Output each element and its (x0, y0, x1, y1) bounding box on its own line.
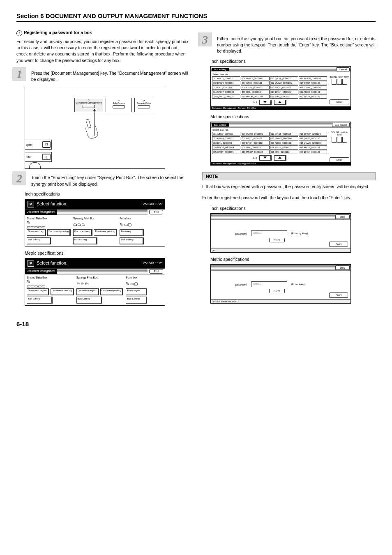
page-down-button[interactable] (259, 155, 272, 161)
box-cell[interactable]: 013 ABCD_0200101 (270, 85, 298, 90)
step-2: 2 Touch the "Box Editing" key under "Syn… (16, 173, 190, 187)
box-cell[interactable]: 015 IJKL_0200103 (270, 150, 298, 154)
shared-data-box-title: Shared Data Box (27, 217, 71, 220)
p-icon: P (28, 260, 34, 267)
enter-button[interactable]: Enter (330, 99, 349, 104)
numpad-display (330, 79, 349, 85)
panel-curve (29, 162, 41, 168)
box-cell[interactable]: 007 ABCD_0000101 (241, 81, 269, 85)
page-up-button[interactable] (274, 100, 286, 105)
lcd-date: 25/10/01 19:20 (143, 203, 162, 205)
step-number-2: 2 (16, 173, 27, 187)
lcd-bar-fill (57, 210, 148, 215)
box-cell[interactable]: 014 EFGH_0200102 (270, 90, 298, 94)
synergy-print-box-title: Synergy Print Box (73, 217, 117, 220)
enter-button[interactable]: Enter (330, 157, 349, 162)
box-cell[interactable]: 002 EFGH_0000002 (212, 136, 240, 140)
copier-key[interactable]: opier ❐ (25, 140, 52, 150)
box-cell[interactable]: 012 UVWX_0000106 (270, 136, 298, 140)
doc-management-key[interactable]: ⎙ Document Management (74, 98, 103, 112)
box-cell[interactable]: 014 EFGH_0200102 (270, 145, 298, 150)
box-cell[interactable]: 009 IJKL_0000103 (241, 145, 269, 150)
box-cell[interactable]: 009 IJKL_0000103 (241, 90, 269, 94)
page-indicator: 1 / 5 (253, 101, 257, 104)
box-cell[interactable]: 004 MNOP_0000004 (212, 145, 240, 150)
box-cell[interactable]: 010 MNOP_0000104 (241, 94, 269, 99)
page-down-button[interactable] (259, 100, 272, 105)
doc-reg-button[interactable]: Document registr. (27, 288, 49, 295)
doc-reg-button[interactable]: Document registr. (76, 288, 99, 295)
box-cell[interactable]: 005 QRST_0000005 (212, 150, 240, 154)
lcd-breadcrumb: Document Management (25, 210, 57, 215)
stop-button[interactable]: Stop (335, 265, 350, 270)
step-number-3: 3 (202, 34, 213, 55)
box-cell[interactable]: 012 UVWX_0000106 (270, 81, 298, 85)
page-up-button[interactable] (274, 155, 286, 161)
enter-button[interactable]: Enter (329, 292, 348, 298)
end-button[interactable]: End (149, 269, 163, 274)
box-cell[interactable]: 002 EFGH_0000002 (212, 81, 240, 85)
box-cell[interactable]: 017 QRST_0200105 (299, 136, 327, 140)
box-editing-footer: Document Management - Synergy Print Box (211, 162, 350, 165)
doc-print-button[interactable]: Document printing (100, 288, 124, 295)
box-cell[interactable]: 006 UVWX_0000006 (241, 76, 269, 81)
box-cell[interactable]: 004 MNOP_0000004 (212, 90, 240, 94)
clear-button[interactable]: Clear (269, 289, 285, 293)
metric-spec-label: Metric specifications (25, 251, 190, 256)
cancel-button[interactable]: Cancel (336, 67, 350, 71)
printer-key[interactable]: inter ⎙ (25, 152, 52, 162)
password-input[interactable] (251, 281, 287, 287)
job-queue-key[interactable]: ⇨ Job Queue (106, 98, 132, 112)
box-cell[interactable]: 015 IJKL_0200103 (270, 94, 298, 99)
box-editing-button[interactable]: Box Editing (126, 297, 147, 304)
note-text-1: If that box was registered with a passwo… (202, 184, 376, 190)
box-cell[interactable]: 018 UVWX_0200106 (299, 85, 327, 90)
form-box-icon: ✎ ▭▢ (126, 281, 163, 287)
box-cell[interactable]: 016 MNOP_0200104 (299, 132, 327, 136)
clear-button[interactable]: Clear (269, 238, 285, 242)
box-cell[interactable]: 019 ABCD_0500101 (299, 145, 327, 150)
box-cell[interactable]: 017 QRST_0200105 (299, 81, 327, 85)
box-cell[interactable]: 011 QRST_0000105 (270, 76, 298, 81)
box-editing-button[interactable]: Box Editing (27, 237, 51, 244)
box-cell[interactable]: 007 ABCD_0000101 (241, 136, 269, 140)
box-cell[interactable]: 018 UVWX_0200106 (299, 141, 327, 145)
box-cell[interactable]: 011 QRST_0000105 (270, 132, 298, 136)
form-reg-button[interactable]: Form registr. (126, 288, 147, 295)
doc-print-button[interactable]: Document printing (94, 229, 117, 236)
enter-button[interactable]: Enter (329, 242, 348, 247)
doc-print-button[interactable]: Document printing (51, 288, 74, 295)
job-cancel-button[interactable]: Job cancel (332, 123, 350, 127)
doc-print-button[interactable]: Document printing (47, 229, 71, 236)
stop-button[interactable]: Stop (335, 214, 350, 219)
password-input[interactable] (251, 230, 287, 236)
box-editing-button[interactable]: Box Editing (76, 297, 102, 304)
password-screen-inch: Stop password (Enter by #key) Clear Ente… (210, 213, 351, 253)
repeat-copy-key[interactable]: ⟳ Repeat Copy (134, 98, 153, 112)
box-cell[interactable]: 005 QRST_0000005 (212, 94, 240, 99)
box-cell[interactable]: 003 IJKL_0200003 (212, 85, 240, 90)
box-cell[interactable]: 008 EFGH_0000102 (241, 141, 269, 145)
box-cell[interactable]: 001 ABCD_0000001 (212, 132, 240, 136)
box-cell[interactable]: 006 UVWX_0000006 (241, 132, 269, 136)
box-editing-button[interactable]: Box Editing (120, 237, 144, 244)
doc-reg-button[interactable]: Document reg. (73, 229, 92, 236)
end-button[interactable]: End (149, 210, 163, 214)
box-cell[interactable]: 016 MNOP_0200104 (299, 76, 327, 81)
box-cell[interactable]: 020 EFGH_0500102 (299, 150, 327, 154)
box-cell[interactable]: 013 ABCD_0200101 (270, 141, 298, 145)
box-cell[interactable]: 010 MNOP_0000104 (241, 150, 269, 154)
form-reg-button[interactable]: Form reg. (120, 229, 144, 236)
lcd-date: 25/10/01 19:20 (143, 262, 162, 265)
circled-number: 7 (16, 30, 22, 36)
doc-reg-button[interactable]: Document reg. (27, 229, 46, 236)
box-cell[interactable]: 020 EFGH_0500102 (299, 94, 327, 99)
box-cell[interactable]: 019 ABCD_0500101 (299, 90, 327, 94)
box-editing-button[interactable]: Box Editing (73, 237, 97, 244)
box-cell[interactable]: 001 ABCD_0000001 (212, 76, 240, 81)
box-cell[interactable]: 003 IJKL_0200003 (212, 141, 240, 145)
box-editing-button[interactable]: Box Editing (27, 297, 53, 304)
inch-spec-label: Inch specifications (210, 59, 376, 64)
select-box-label: Select box No. (212, 129, 228, 131)
box-cell[interactable]: 008 EFGH_0000102 (241, 85, 269, 90)
